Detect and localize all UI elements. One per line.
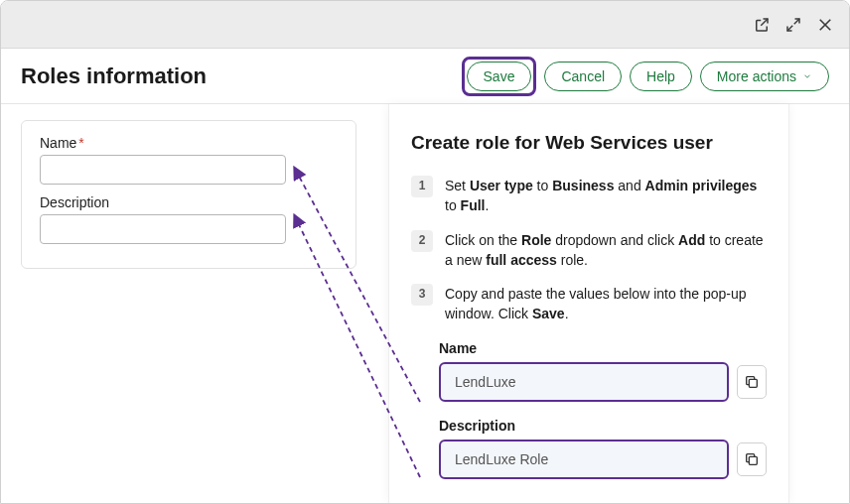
step-3: 3 Copy and paste the values below into t… [411, 284, 767, 324]
name-field-row: Name* [40, 135, 338, 185]
copy-name-button[interactable] [737, 365, 767, 399]
cancel-button[interactable]: Cancel [544, 62, 622, 91]
guide-title: Create role for Web Services user [411, 132, 767, 154]
help-button[interactable]: Help [630, 62, 692, 91]
content-area: Name* Description Create role for Web Se… [1, 104, 849, 503]
copy-desc-input[interactable] [439, 440, 729, 479]
description-label: Description [40, 194, 338, 210]
panel-header: Roles information Save Cancel Help More … [1, 49, 849, 104]
name-input[interactable] [40, 155, 286, 185]
name-label: Name* [40, 135, 338, 151]
chevron-down-icon [802, 71, 812, 81]
copy-desc-button[interactable] [737, 442, 767, 476]
copy-desc-row [439, 440, 767, 479]
more-actions-button[interactable]: More actions [700, 62, 829, 91]
copy-name-label: Name [439, 340, 767, 356]
step-2: 2 Click on the Role dropdown and click A… [411, 230, 767, 271]
more-actions-label: More actions [717, 68, 796, 84]
expand-icon[interactable] [783, 15, 803, 35]
required-asterisk: * [78, 135, 83, 151]
copy-name-input[interactable] [439, 362, 729, 402]
svg-rect-0 [749, 379, 757, 387]
step-number: 1 [411, 176, 433, 197]
titlebar [1, 1, 849, 49]
step-text: Set User type to Business and Admin priv… [445, 176, 767, 216]
open-external-icon[interactable] [752, 15, 772, 35]
copy-icon [744, 374, 760, 390]
guide-steps: 1 Set User type to Business and Admin pr… [411, 176, 767, 324]
guide-panel: Create role for Web Services user 1 Set … [388, 104, 789, 503]
description-field-row: Description [40, 194, 338, 244]
modal-window: Roles information Save Cancel Help More … [0, 0, 850, 504]
step-text: Copy and paste the values below into the… [445, 284, 767, 324]
save-button[interactable]: Save [467, 62, 532, 91]
svg-rect-1 [749, 456, 757, 464]
step-text: Click on the Role dropdown and click Add… [445, 230, 767, 271]
page-title: Roles information [21, 63, 207, 89]
description-input[interactable] [40, 214, 286, 244]
role-form-panel: Name* Description [21, 120, 356, 269]
step-1: 1 Set User type to Business and Admin pr… [411, 176, 767, 216]
header-actions: Save Cancel Help More actions [462, 57, 829, 96]
copy-name-row [439, 362, 767, 402]
save-highlight-box: Save [462, 57, 537, 96]
step-number: 2 [411, 230, 433, 252]
step-number: 3 [411, 284, 433, 306]
copy-desc-label: Description [439, 418, 767, 434]
close-icon[interactable] [815, 15, 835, 35]
copy-icon [744, 451, 760, 467]
